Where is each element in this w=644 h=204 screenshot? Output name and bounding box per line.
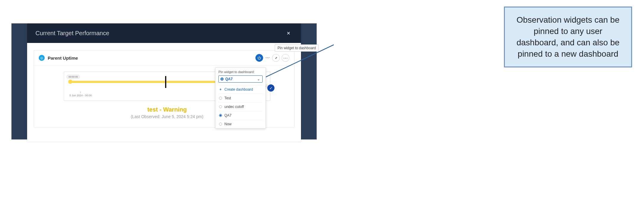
more-button[interactable]: ⋯ [282,54,289,62]
widget-toolbar: 〰 ⋯ Pin widget to dashboard [255,54,289,62]
confirm-pin-button[interactable]: ✓ [267,84,274,92]
axis-tick-icon: ↑ [69,91,92,94]
pin-panel-label: Pin widget to dashboard: [218,70,263,74]
radio-icon [219,105,222,108]
modal-header: Current Target Performance × [27,24,301,43]
radio-selected-icon [221,78,224,81]
target-icon: ◎ [39,55,45,61]
pin-option-label: QA7 [224,113,232,118]
pin-options-list: + Create dashboard Test undec cutoff QA7… [218,85,263,128]
caret-down-icon: ⌄ [257,77,260,81]
pin-option-label: Test [224,96,231,100]
power-button[interactable] [255,54,263,62]
pin-option-label: Now [224,122,232,126]
annotation-callout: Observation widgets can be pinned to any… [504,7,632,67]
pin-button[interactable] [272,54,280,62]
plus-icon: + [219,87,222,92]
axis-left-label: 5 Jun 2024 - 00:00 [69,94,92,97]
radio-icon [219,97,222,100]
create-dashboard-option[interactable]: + Create dashboard [218,85,263,94]
app-frame: Current Target Performance × ◎ Parent Up… [11,23,317,140]
pin-panel: Pin widget to dashboard: QA7 ⌄ ✓ + Creat… [215,67,266,129]
timeline-marker[interactable] [165,76,166,88]
widget-header: ◎ Parent Uptime 〰 ⋯ Pin widget to dashbo… [34,50,294,66]
modal-title: Current Target Performance [35,30,109,37]
annotation-text: Observation widgets can be pinned to any… [512,14,624,59]
create-dashboard-label: Create dashboard [224,87,253,92]
radio-selected-icon [219,114,222,117]
pin-selected-value: QA7 [225,77,233,81]
widget-title: Parent Uptime [48,55,78,61]
pin-tooltip: Pin widget to dashboard [275,44,319,52]
pin-option-qa7[interactable]: QA7 [218,111,263,120]
pin-option-label: undec cutoff [224,105,244,109]
close-icon[interactable]: × [284,29,293,38]
pin-option-now[interactable]: Now [218,120,263,128]
pin-option-undec[interactable]: undec cutoff [218,102,263,111]
wave-icon: 〰 [265,55,270,60]
radio-icon [219,123,222,126]
pin-option-test[interactable]: Test [218,94,263,102]
pin-select[interactable]: QA7 ⌄ [218,75,263,83]
timeline-start-time: 00:00:00 [66,75,80,79]
